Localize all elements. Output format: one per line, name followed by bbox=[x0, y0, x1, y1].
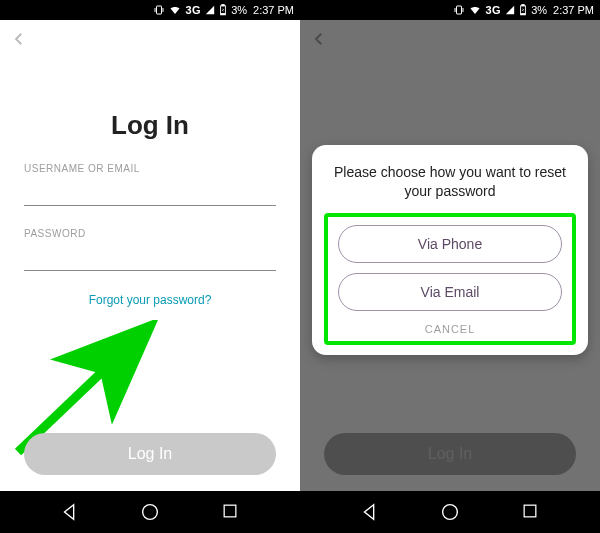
clock: 2:37 PM bbox=[253, 4, 294, 16]
svg-rect-6 bbox=[224, 505, 236, 517]
status-bar: 3G 3% 2:37 PM bbox=[300, 0, 600, 20]
battery-percent: 3% bbox=[231, 4, 247, 16]
svg-point-5 bbox=[143, 505, 158, 520]
modal-title: Please choose how you want to reset your… bbox=[324, 163, 576, 213]
battery-icon bbox=[219, 4, 227, 16]
phone-screen-right: 3G 3% 2:37 PM Log In Please choose how y… bbox=[300, 0, 600, 533]
android-nav-bar bbox=[300, 491, 600, 533]
page-title: Log In bbox=[0, 110, 300, 141]
vibrate-icon bbox=[153, 4, 165, 16]
login-screen-dimmed: Log In Please choose how you want to res… bbox=[300, 20, 600, 491]
wifi-icon bbox=[169, 4, 181, 16]
android-nav-bar bbox=[0, 491, 300, 533]
nav-back-icon[interactable] bbox=[359, 501, 381, 523]
nav-home-icon[interactable] bbox=[139, 501, 161, 523]
signal-icon bbox=[205, 5, 215, 15]
nav-home-icon[interactable] bbox=[439, 501, 461, 523]
network-type: 3G bbox=[485, 4, 501, 16]
cancel-button[interactable]: CANCEL bbox=[338, 321, 562, 337]
svg-point-11 bbox=[443, 505, 458, 520]
battery-icon bbox=[519, 4, 527, 16]
svg-rect-2 bbox=[222, 5, 224, 6]
back-icon[interactable] bbox=[10, 30, 30, 50]
signal-icon bbox=[505, 5, 515, 15]
username-label: USERNAME OR EMAIL bbox=[24, 163, 276, 174]
svg-rect-9 bbox=[522, 5, 524, 6]
svg-rect-7 bbox=[457, 6, 462, 14]
via-phone-button[interactable]: Via Phone bbox=[338, 225, 562, 263]
username-input[interactable] bbox=[24, 178, 276, 206]
nav-recent-icon[interactable] bbox=[520, 501, 542, 523]
via-email-button[interactable]: Via Email bbox=[338, 273, 562, 311]
login-button[interactable]: Log In bbox=[24, 433, 276, 475]
svg-rect-3 bbox=[221, 14, 225, 15]
battery-percent: 3% bbox=[531, 4, 547, 16]
nav-recent-icon[interactable] bbox=[220, 501, 242, 523]
svg-rect-12 bbox=[524, 505, 536, 517]
annotation-highlight-box: Via Phone Via Email CANCEL bbox=[324, 213, 576, 345]
password-label: PASSWORD bbox=[24, 228, 276, 239]
forgot-password-link[interactable]: Forgot your password? bbox=[0, 293, 300, 307]
vibrate-icon bbox=[453, 4, 465, 16]
svg-rect-10 bbox=[521, 14, 525, 15]
login-screen: Log In USERNAME OR EMAIL PASSWORD Forgot… bbox=[0, 20, 300, 491]
clock: 2:37 PM bbox=[553, 4, 594, 16]
phone-screen-left: 3G 3% 2:37 PM Log In USERNAME OR EMAIL P… bbox=[0, 0, 300, 533]
status-bar: 3G 3% 2:37 PM bbox=[0, 0, 300, 20]
wifi-icon bbox=[469, 4, 481, 16]
network-type: 3G bbox=[185, 4, 201, 16]
password-input[interactable] bbox=[24, 243, 276, 271]
nav-back-icon[interactable] bbox=[59, 501, 81, 523]
svg-rect-0 bbox=[157, 6, 162, 14]
reset-password-modal: Please choose how you want to reset your… bbox=[312, 145, 588, 355]
